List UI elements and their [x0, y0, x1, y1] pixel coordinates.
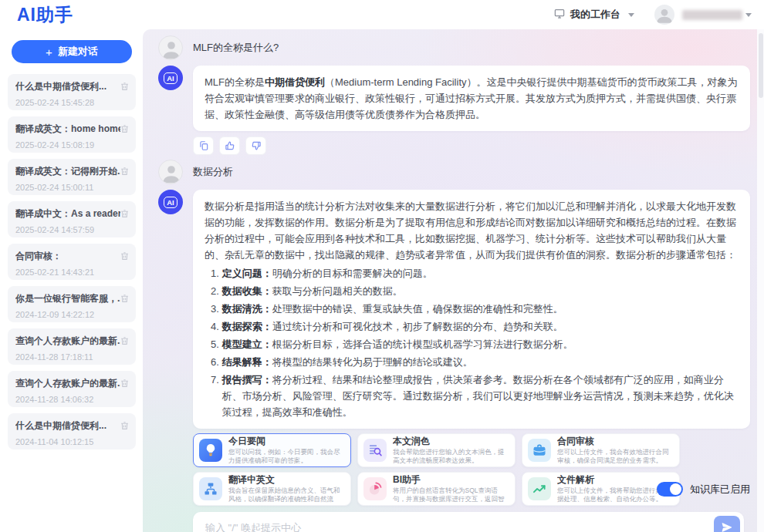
message-input[interactable] [205, 522, 714, 532]
conversation-item[interactable]: 什么是中期借贷便利... 2025-02-24 15:45:28 [8, 74, 136, 110]
scrollbar-track[interactable] [757, 29, 764, 532]
conversation-item[interactable]: 翻译成英文：记得刚开始... 2025-02-24 15:00:11 [8, 159, 136, 195]
feature-card-desc: 您可以上传文件，我会有效地进行合同审核，确保合同满足您的业务需求。 [557, 448, 674, 465]
conversation-time: 2025-02-24 14:57:59 [15, 225, 128, 234]
conversation-title: 查询个人存款账户的最新... [15, 377, 120, 390]
chevron-down-icon[interactable] [745, 13, 752, 17]
conversation-item[interactable]: 翻译成中文：As a reader... 2025-02-24 14:57:59 [8, 201, 136, 237]
step-text: 数据收集：获取与分析问题相关的数据。 [222, 283, 403, 299]
step-text: 结果解释：将模型的结果转化为易于理解的结论或建议。 [222, 354, 473, 370]
feature-card-text: 今日要闻 您可以问我，例如：今日要闻，我会尽力提供准确和可靠的答案。 [228, 436, 346, 465]
feature-card-desc: 我会旨在保留原始信息的含义、语气和风格，以确保翻译的准确性和自然流畅。 [228, 487, 346, 503]
ai-avatar-label: AI [164, 72, 177, 84]
step-text: 数据探索：通过统计分析和可视化技术，初步了解数据的分布、趋势和关联。 [222, 318, 563, 335]
conversation-item[interactable]: 查询个人存款账户的最新... 2024-11-28 17:18:11 [8, 328, 136, 365]
feature-card-contract-review[interactable]: 合同审核 您可以上传文件，我会有效地进行合同审核，确保合同满足您的业务需求。 [522, 433, 680, 467]
ai-avatar: AI [158, 66, 183, 90]
list-item: 4. 数据探索：通过统计分析和可视化技术，初步了解数据的分布、趋势和关联。 [211, 318, 739, 335]
bulb-icon [199, 439, 222, 462]
monitor-icon [553, 8, 566, 22]
thumbs-up-icon [225, 140, 235, 151]
feature-card-desc: 我会帮助您进行您输入的文本润色，提高文本的流畅度和表达效果。 [393, 448, 510, 465]
list-item: 7. 报告撰写：将分析过程、结果和结论整理成报告，供决策者参考。数据分析在各个领… [211, 372, 739, 420]
copy-button[interactable] [193, 136, 214, 155]
send-button[interactable] [714, 516, 740, 532]
conversation-title: 翻译成英文：记得刚开始... [15, 165, 120, 178]
knowledge-base-toggle[interactable] [657, 482, 683, 497]
thumbs-down-button[interactable] [245, 136, 266, 155]
conversation-item[interactable]: 翻译成英文：home home 2025-02-24 15:08:19 [8, 116, 136, 153]
step-text: 模型建立：根据分析目标，选择合适的统计模型或机器学习算法进行数据分析。 [222, 336, 573, 352]
trash-icon[interactable] [120, 123, 130, 134]
message-actions [193, 136, 750, 155]
feature-card-translate[interactable]: 翻译中英文 我会旨在保留原始信息的含义、语气和风格，以确保翻译的准确性和自然流畅… [193, 472, 351, 506]
workspace-label: 我的工作台 [570, 8, 620, 22]
feature-card-text: BI助手 将用户的自然语言转化为SQL查询语句，并直接与数据库进行交互，返回智能… [393, 475, 510, 503]
feature-card-section: 今日要闻 您可以问我，例如：今日要闻，我会尽力提供准确和可靠的答案。 本文润色 … [193, 433, 750, 506]
copy-icon [198, 140, 209, 151]
trash-icon[interactable] [120, 208, 130, 219]
briefcase-icon [528, 439, 551, 462]
feature-card-bi-assistant[interactable]: BI助手 将用户的自然语言转化为SQL查询语句，并直接与数据库进行交互，返回智能… [357, 472, 516, 506]
list-item: 1. 定义问题：明确分析的目标和需要解决的问题。 [211, 265, 739, 281]
feature-card-title: 合同审核 [557, 436, 674, 446]
conversation-title: 你是一位银行智能客服，... [15, 292, 120, 305]
trash-icon[interactable] [120, 251, 130, 261]
conversation-item[interactable]: 合同审核： 2025-02-21 14:43:21 [8, 244, 136, 280]
app-logo: AI助手 [17, 3, 73, 27]
ai-message-card: 数据分析是指用适当的统计分析方法对收集来的大量数据进行分析，将它们加以汇总和理解… [193, 190, 750, 429]
conversation-item[interactable]: 什么是中期借贷便利... 2024-11-04 10:12:15 [8, 413, 136, 450]
list-item: 3. 数据清洗：处理数据中的错误、重复或缺失值，确保数据的准确性和完整性。 [211, 301, 739, 317]
trash-icon[interactable] [120, 420, 130, 431]
ai-message-row: AI 数据分析是指用适当的统计分析方法对收集来的大量数据进行分析，将它们加以汇总… [158, 190, 750, 429]
step-number: 5. [211, 336, 219, 352]
trash-icon[interactable] [120, 293, 130, 304]
step-number: 4. [211, 318, 219, 335]
message-composer [193, 512, 744, 532]
conversation-time: 2024-12-09 14:22:12 [15, 310, 128, 319]
feature-card-title: 翻译中英文 [228, 475, 346, 485]
trash-icon[interactable] [120, 378, 130, 389]
user-message-text: MLF的全称是什么? [193, 41, 279, 55]
conversation-title: 查询个人存款账户的最新... [15, 335, 120, 348]
step-text: 定义问题：明确分析的目标和需要解决的问题。 [222, 265, 433, 281]
feature-card-text: 翻译中英文 我会旨在保留原始信息的含义、语气和风格，以确保翻译的准确性和自然流畅… [228, 475, 346, 503]
chat-panel: MLF的全称是什么? AI MLF的全称是中期借贷便利（Medium-term … [143, 29, 764, 532]
top-bar-right: 我的工作台 [553, 5, 752, 25]
conversation-time: 2025-02-24 15:00:11 [15, 183, 128, 192]
user-avatar [158, 35, 183, 60]
conversation-title: 翻译成英文：home home [15, 123, 120, 136]
ai-message-intro: 数据分析是指用适当的统计分析方法对收集来的大量数据进行分析，将它们加以汇总和理解… [205, 198, 739, 263]
conversation-item[interactable]: 查询个人存款账户的最新... 2024-11-28 14:06:32 [8, 371, 136, 407]
conversation-title: 翻译成中文：As a reader... [15, 207, 120, 221]
trash-icon[interactable] [120, 81, 130, 92]
user-message-row: MLF的全称是什么? [158, 35, 750, 60]
conversation-item[interactable]: 你是一位银行智能客服，... 2024-12-09 14:22:12 [8, 286, 136, 322]
feature-card-title: 今日要闻 [228, 436, 346, 446]
trash-icon[interactable] [120, 335, 130, 346]
thumbs-up-button[interactable] [219, 136, 240, 155]
trash-icon[interactable] [120, 166, 130, 177]
username-blurred [682, 10, 742, 20]
chat-content: MLF的全称是什么? AI MLF的全称是中期借贷便利（Medium-term … [158, 35, 750, 532]
user-avatar [158, 160, 183, 184]
conversation-time: 2024-11-04 10:12:15 [15, 437, 128, 446]
ai-avatar-label: AI [164, 197, 177, 208]
conversation-time: 2025-02-24 15:08:19 [15, 140, 128, 150]
translate-icon [199, 477, 222, 500]
workspace-menu[interactable]: 我的工作台 [553, 8, 634, 22]
user-message-row: 数据分析 [158, 160, 750, 184]
feature-card-daily-news[interactable]: 今日要闻 您可以问我，例如：今日要闻，我会尽力提供准确和可靠的答案。 [193, 433, 351, 467]
user-avatar[interactable] [654, 5, 674, 25]
trend-arrow-icon [528, 477, 551, 500]
step-number: 2. [211, 283, 219, 299]
feature-card-text: 本文润色 我会帮助您进行您输入的文本润色，提高文本的流畅度和表达效果。 [393, 436, 510, 465]
scrollbar-thumb[interactable] [759, 33, 763, 98]
conversation-title: 合同审核： [15, 250, 120, 263]
step-number: 7. [211, 372, 219, 420]
sidebar: + 新建对话 什么是中期借贷便利... 2025-02-24 15:45:28 … [0, 29, 143, 532]
feature-card-title: 本文润色 [393, 436, 510, 446]
feature-card-text-polish[interactable]: 本文润色 我会帮助您进行您输入的文本润色，提高文本的流畅度和表达效果。 [357, 433, 516, 467]
new-chat-button[interactable]: + 新建对话 [12, 40, 132, 63]
step-number: 6. [211, 354, 219, 370]
